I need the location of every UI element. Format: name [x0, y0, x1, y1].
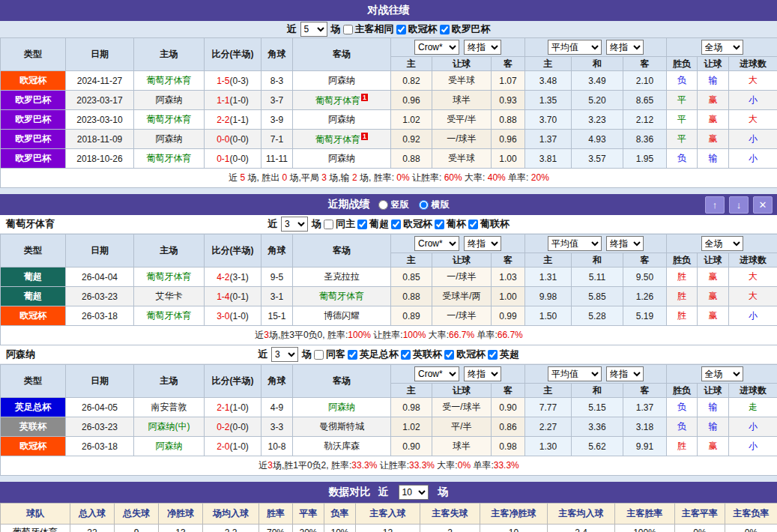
crow-odds-select[interactable]: Crow* — [414, 40, 459, 55]
competition-filter-label[interactable]: 葡杯 — [434, 217, 468, 231]
layout-radio-option[interactable]: 竖版 — [378, 199, 409, 211]
final-index-select-2[interactable]: 终指 — [606, 236, 644, 251]
layout-radio[interactable] — [378, 200, 388, 210]
same-venue-checkbox-label[interactable]: 同客 — [313, 348, 347, 361]
competition-filter-name: 葡超 — [369, 218, 389, 229]
recent-label: 近 — [378, 486, 389, 499]
same-venue-checkbox[interactable] — [343, 25, 353, 34]
result-wdl: 负 — [667, 398, 698, 417]
move-down-button[interactable]: ↓ — [729, 196, 749, 214]
competition-filter-label[interactable]: 欧冠杯 — [390, 217, 434, 231]
page: 对战往绩 近5场主客相同欧冠杯欧罗巴杯 类型日期主场比分(半场)角球客场Crow… — [0, 0, 777, 532]
result-handicap: 输 — [698, 417, 729, 437]
corner-score: 3-9 — [261, 110, 293, 130]
summary-row: 近3场,胜3平0负0, 胜率:100% 让胜率:100% 大率:66.7% 单率… — [1, 326, 777, 345]
competition-filter-label[interactable]: 欧冠杯 — [444, 348, 487, 361]
competition-filter-checkbox[interactable] — [348, 350, 357, 360]
crow-home-odds: 0.96 — [391, 91, 432, 110]
home-team: 葡萄牙体育 — [134, 149, 205, 169]
final-index-select-2[interactable]: 终指 — [606, 366, 644, 381]
avg-odds-select[interactable]: 平均值 — [548, 366, 602, 381]
competition-filter-checkbox[interactable] — [444, 350, 454, 360]
competition-filter-label[interactable]: 英超 — [487, 348, 521, 361]
compare-column-header: 主客胜率 — [615, 504, 675, 525]
same-venue-checkbox[interactable] — [324, 220, 333, 229]
crow-odds-select[interactable]: Crow* — [414, 366, 459, 381]
layout-radio[interactable] — [419, 200, 429, 210]
corner-score: 4-9 — [261, 398, 293, 417]
close-button[interactable]: ✕ — [753, 196, 773, 214]
final-index-select-2[interactable]: 终指 — [606, 40, 644, 55]
competition-filter-checkbox[interactable] — [357, 220, 367, 229]
full-match-select[interactable]: 全场 — [701, 366, 743, 381]
competition-filter-label[interactable]: 欧冠杯 — [396, 22, 439, 36]
competition-filter-checkbox[interactable] — [391, 220, 401, 229]
competition-filter-name: 欧罗巴杯 — [452, 23, 491, 34]
same-venue-checkbox-label[interactable]: 同主 — [323, 217, 357, 231]
score-fulltime: 1-1 — [217, 95, 229, 106]
avg-away-odds: 3.18 — [623, 417, 667, 437]
competition-filter-checkbox[interactable] — [435, 220, 444, 229]
full-match-select[interactable]: 全场 — [701, 236, 743, 251]
layout-radio-selected[interactable]: 横版 — [418, 199, 450, 211]
avg-draw-odds: 5.28 — [572, 306, 623, 326]
compare-column-header: 主客净胜球 — [480, 504, 548, 525]
column-header: 角球 — [261, 38, 293, 71]
avg-odds-group: 平均值终指 — [525, 235, 667, 253]
compare-column-header: 负率 — [324, 504, 356, 525]
competition-filter-name: 英超 — [500, 348, 519, 360]
competition-filter-label[interactable]: 英足总杯 — [347, 348, 400, 361]
recent-results-title: 近期战绩 — [328, 198, 370, 211]
avg-home-odds: 1.37 — [525, 130, 572, 149]
summary-text: 0% — [458, 460, 471, 471]
corner-score: 15-1 — [261, 306, 293, 326]
competition-filter-label[interactable]: 英联杯 — [400, 348, 444, 361]
compare-column-header: 主客均入球 — [548, 504, 615, 525]
score: 0-2(0-0) — [205, 417, 261, 437]
competition-filter-checkbox[interactable] — [488, 350, 498, 360]
final-index-select[interactable]: 终指 — [464, 236, 501, 251]
result-wdl: 胜 — [667, 437, 698, 456]
column-header: 客场 — [293, 365, 391, 398]
competition-filter-checkbox[interactable] — [468, 220, 478, 229]
crow-odds-select[interactable]: Crow* — [414, 236, 459, 251]
away-team-name: 葡萄牙体育 — [315, 95, 360, 106]
compare-count-select[interactable]: 10 — [399, 485, 429, 500]
recent-count-select[interactable]: 5 — [300, 22, 327, 37]
move-up-button[interactable]: ↑ — [705, 196, 725, 214]
competition-filter-label[interactable]: 欧罗巴杯 — [439, 22, 492, 36]
away-team-name: 葡萄牙体育 — [315, 134, 360, 145]
team-blocks: 葡萄牙体育近3场同主葡超欧冠杯葡杯葡联杯类型日期主场比分(半场)角球客场Crow… — [0, 215, 777, 476]
avg-odds-select[interactable]: 平均值 — [548, 40, 602, 55]
recent-count-select[interactable]: 3 — [271, 347, 298, 362]
score-halftime: (0-3) — [230, 76, 249, 86]
competition-filter-checkbox[interactable] — [401, 350, 411, 360]
corner-score: 3-7 — [261, 91, 293, 110]
same-venue-checkbox[interactable] — [314, 350, 324, 360]
column-header: 让球 — [432, 384, 492, 398]
score: 0-1(0-0) — [205, 149, 261, 169]
competition-filter-label[interactable]: 葡联杯 — [468, 217, 511, 231]
type-badge: 欧罗巴杯 — [1, 149, 66, 169]
full-match-select[interactable]: 全场 — [701, 40, 743, 55]
avg-home-odds: 1.30 — [525, 437, 572, 456]
avg-home-odds: 1.31 — [525, 267, 572, 287]
result-handicap: 赢 — [698, 306, 729, 326]
score-fulltime: 0-1 — [217, 154, 229, 164]
avg-home-odds: 2.27 — [525, 417, 572, 437]
competition-filter-checkbox[interactable] — [440, 25, 450, 34]
crow-home-odds: 0.88 — [391, 287, 432, 306]
final-index-select[interactable]: 终指 — [464, 40, 501, 55]
final-index-select[interactable]: 终指 — [464, 366, 501, 381]
competition-filter-label[interactable]: 葡超 — [357, 217, 390, 231]
crow-home-odds: 0.85 — [391, 267, 432, 287]
handicap-line: 一/球半 — [432, 306, 492, 326]
avg-home-odds: 3.48 — [525, 71, 572, 91]
same-venue-checkbox-label[interactable]: 主客相同 — [342, 22, 396, 36]
recent-count-select[interactable]: 3 — [281, 217, 308, 232]
match-table: 类型日期主场比分(半场)角球客场Crow*终指平均值终指全场主让球客主和客胜负让… — [0, 37, 777, 188]
avg-odds-select[interactable]: 平均值 — [548, 236, 602, 251]
match-date: 2023-03-10 — [66, 110, 134, 130]
competition-filter-checkbox[interactable] — [396, 25, 406, 34]
summary-text: 3 — [267, 460, 273, 471]
